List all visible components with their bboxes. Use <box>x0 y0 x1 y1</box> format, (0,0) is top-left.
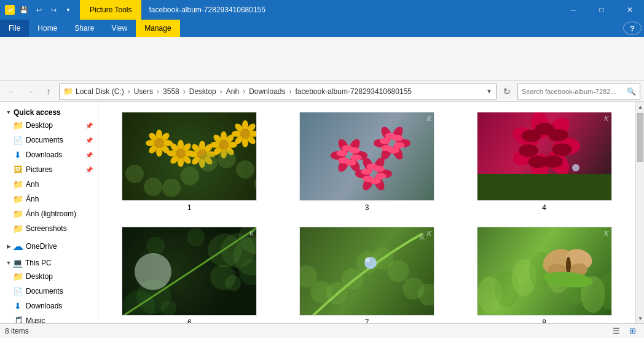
file-item-4[interactable]: K 4 <box>460 109 628 214</box>
sidebar-item-pictures[interactable]: 🖼 Pictures 📌 <box>5 162 98 177</box>
file-item-1[interactable]: 1 <box>106 109 273 214</box>
pc-docs-icon: 📄 <box>12 286 23 297</box>
sidebar-item-screenshots[interactable]: 📁 Screenshots <box>5 221 98 236</box>
file-thumb-6: K <box>122 227 257 316</box>
expand-icon: ▼ <box>5 109 12 116</box>
quick-save-btn[interactable]: 💾 <box>17 3 31 17</box>
sidebar-item-anh[interactable]: 📁 Anh <box>5 177 98 192</box>
scroll-down[interactable]: ▼ <box>636 313 644 323</box>
scrollbar-thumb[interactable] <box>637 113 643 162</box>
help-button[interactable]: ? <box>623 22 642 35</box>
quick-access-group: 📁 Desktop 📌 📄 Documents 📌 ⬇ Downloads 📌 … <box>0 118 98 236</box>
sidebar-item-downloads[interactable]: ⬇ Downloads 📌 <box>5 147 98 162</box>
pin-icon3: 📌 <box>85 152 93 158</box>
file-item-8[interactable]: K 8 <box>460 224 628 323</box>
file-thumb-8: K <box>477 227 612 316</box>
quick-undo-btn[interactable]: ↩ <box>32 3 45 17</box>
status-bar: 8 items ☰ ⊞ <box>0 323 644 338</box>
sidebar-item-pc-downloads[interactable]: ⬇ Downloads <box>5 299 98 313</box>
sidebar-item-documents[interactable]: 📄 Documents 📌 <box>5 133 98 147</box>
title-bar-left: 📁 💾 ↩ ↪ ▼ <box>0 0 80 20</box>
item-count: 8 items <box>5 327 29 335</box>
file-item-6[interactable]: K 6 <box>106 224 273 323</box>
picture-tools-label: Picture Tools <box>90 6 132 14</box>
breadcrumb-downloads: Downloads <box>249 87 285 96</box>
search-icon[interactable]: 🔍 <box>627 87 636 96</box>
tab-share[interactable]: Share <box>66 20 103 37</box>
address-box[interactable]: 📁 Local Disk (C:) › Users › 3558 › Deskt… <box>59 84 497 100</box>
pin-icon2: 📌 <box>85 137 93 144</box>
anh2-folder-icon: 📁 <box>12 194 23 205</box>
breadcrumb-local: Local Disk (C:) <box>76 87 124 96</box>
app-icon: 📁 <box>5 5 15 15</box>
maximize-button[interactable]: □ <box>587 0 616 20</box>
minimize-button[interactable]: ─ <box>559 0 587 20</box>
right-scrollbar: ▲ ▼ <box>635 102 644 323</box>
file-thumb-1 <box>122 112 257 201</box>
sidebar-item-desktop[interactable]: 📁 Desktop 📌 <box>5 118 98 133</box>
anh-folder-icon: 📁 <box>12 179 23 190</box>
refresh-button[interactable]: ↻ <box>499 84 515 100</box>
sidebar-item-anh-lightroom[interactable]: 📁 Ánh (lightroom) <box>5 206 98 221</box>
folder-icon-addr: 📁 <box>63 87 73 96</box>
search-input[interactable] <box>522 88 624 95</box>
onedrive-label: OneDrive <box>26 242 57 251</box>
tab-home[interactable]: Home <box>29 20 66 37</box>
file-area: 1 K 3 K 4 <box>98 102 635 323</box>
desktop-folder-icon: 📁 <box>12 120 23 131</box>
forward-button[interactable]: → <box>22 84 38 100</box>
pin-icon4: 📌 <box>85 166 93 173</box>
this-pc-header[interactable]: ▼ 💻 This PC <box>0 254 98 269</box>
quick-access-header[interactable]: ▼ Quick access <box>0 104 98 118</box>
file-name-7: 7 <box>365 318 369 323</box>
breadcrumb-desktop: Desktop <box>189 87 216 96</box>
onedrive-expand: ▶ <box>5 243 12 250</box>
file-name-3: 3 <box>365 203 369 212</box>
ribbon-tabs: File Home Share View Manage ? <box>0 20 644 37</box>
sidebar-item-pc-documents[interactable]: 📄 Documents <box>5 284 98 299</box>
up-button[interactable]: ↑ <box>41 84 57 100</box>
ribbon-content <box>0 37 644 81</box>
sidebar: ▼ Quick access 📁 Desktop 📌 📄 Documents 📌… <box>0 102 98 323</box>
close-button[interactable]: ✕ <box>616 0 644 20</box>
status-right: ☰ ⊞ <box>610 324 639 338</box>
file-thumb-7: K <box>299 227 434 316</box>
pin-icon: 📌 <box>85 122 93 129</box>
quick-access-buttons: 💾 ↩ ↪ ▼ <box>17 3 75 17</box>
sidebar-item-pc-desktop[interactable]: 📁 Desktop <box>5 269 98 284</box>
breadcrumb-3558: 3558 <box>163 87 179 96</box>
file-item-3[interactable]: K 3 <box>283 109 451 214</box>
file-thumb-4: K <box>477 112 612 201</box>
onedrive-cloud-icon: ☁ <box>12 240 23 253</box>
tab-file[interactable]: File <box>0 20 29 37</box>
file-grid: 1 K 3 K 4 <box>103 107 630 323</box>
window-title: facebook-album-728293410680155 <box>141 0 559 20</box>
details-view-btn[interactable]: ☰ <box>610 324 623 338</box>
chevron-down-icon[interactable]: ▼ <box>486 88 492 95</box>
file-item-7[interactable]: K 7 <box>283 224 451 323</box>
documents-icon: 📄 <box>12 135 23 146</box>
computer-icon: 💻 <box>12 258 23 268</box>
sidebar-item-anh2[interactable]: 📁 Ánh <box>5 192 98 206</box>
tab-manage[interactable]: Manage <box>136 20 179 37</box>
quick-more-btn[interactable]: ▼ <box>61 3 75 17</box>
pc-music-icon: 🎵 <box>12 315 23 323</box>
large-icons-view-btn[interactable]: ⊞ <box>626 324 639 338</box>
pictures-icon: 🖼 <box>12 164 23 175</box>
quick-redo-btn[interactable]: ↪ <box>47 3 60 17</box>
file-name-1: 1 <box>187 203 192 212</box>
search-box[interactable]: 🔍 <box>517 84 640 100</box>
sidebar-item-pc-music[interactable]: 🎵 Music <box>5 313 98 323</box>
tab-view[interactable]: View <box>103 20 136 37</box>
file-name-4: 4 <box>542 203 546 212</box>
breadcrumb-album: facebook-album-728293410680155 <box>296 87 412 96</box>
quick-access-label: Quick access <box>12 108 61 117</box>
main-area: ▼ Quick access 📁 Desktop 📌 📄 Documents 📌… <box>0 102 644 323</box>
onedrive-header[interactable]: ▶ ☁ OneDrive <box>0 236 98 254</box>
back-button[interactable]: ← <box>4 84 20 100</box>
picture-tools-tab[interactable]: Picture Tools <box>80 0 141 20</box>
pc-desktop-icon: 📁 <box>12 271 23 282</box>
window-controls: ─ □ ✕ <box>559 0 644 20</box>
scroll-up[interactable]: ▲ <box>636 102 644 112</box>
screenshots-icon: 📁 <box>12 223 23 234</box>
